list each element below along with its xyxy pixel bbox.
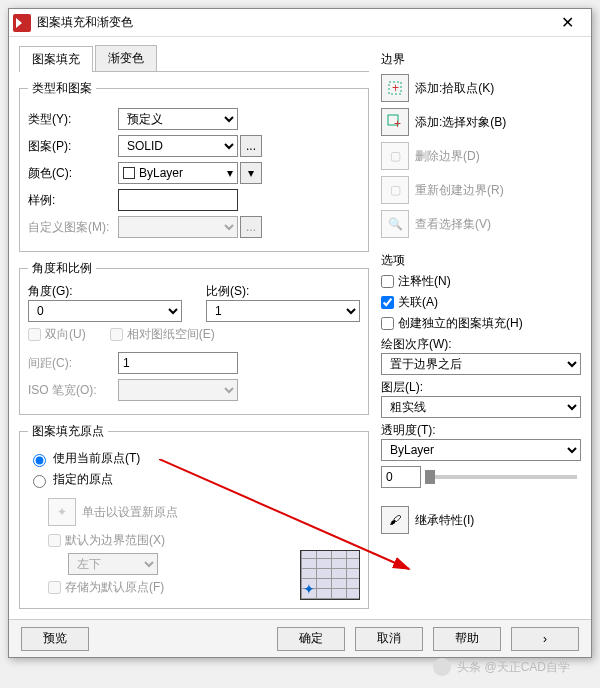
color-label: 颜色(C): [28, 165, 118, 182]
custom-label: 自定义图案(M): [28, 219, 118, 236]
pattern-browse-button[interactable]: ... [240, 135, 262, 157]
iso-select [118, 379, 238, 401]
double-checkbox [28, 328, 41, 341]
sample-label: 样例: [28, 192, 118, 209]
cancel-button[interactable]: 取消 [355, 627, 423, 651]
separate-checkbox[interactable] [381, 317, 394, 330]
click-origin-button: ✦ [48, 498, 76, 526]
svg-text:+: + [392, 81, 399, 95]
associative-checkbox[interactable] [381, 296, 394, 309]
color-select[interactable]: ByLayer▾ [118, 162, 238, 184]
watermark: 头条 @天正CAD自学 [433, 658, 570, 676]
draworder-label: 绘图次序(W): [381, 336, 581, 353]
layer-label: 图层(L): [381, 379, 581, 396]
ok-button[interactable]: 确定 [277, 627, 345, 651]
legend-type: 类型和图案 [28, 80, 96, 97]
trans-label: 透明度(T): [381, 422, 581, 439]
trans-mode-select[interactable]: ByLayer [381, 439, 581, 461]
pattern-select[interactable]: SOLID [118, 135, 238, 157]
help-button[interactable]: 帮助 [433, 627, 501, 651]
origin-current-radio[interactable] [33, 454, 46, 467]
group-angle-scale: 角度和比例 角度(G): 0 比例(S): 1 双向(U) 相对图纸空间(E) [19, 260, 369, 415]
group-type-pattern: 类型和图案 类型(Y): 预定义 图案(P): SOLID ... 颜色(C):… [19, 80, 369, 252]
preview-button[interactable]: 预览 [21, 627, 89, 651]
hatch-dialog: 图案填充和渐变色 ✕ 图案填充 渐变色 类型和图案 类型(Y): 预定义 图案(… [8, 8, 592, 658]
app-logo-icon [13, 14, 31, 32]
tab-gradient[interactable]: 渐变色 [95, 45, 157, 71]
recreate-boundary-button: ▢ [381, 176, 409, 204]
layer-select[interactable]: 粗实线 [381, 396, 581, 418]
tab-bar: 图案填充 渐变色 [19, 45, 369, 72]
tab-hatch[interactable]: 图案填充 [19, 46, 93, 72]
angle-select[interactable]: 0 [28, 300, 182, 322]
options-header: 选项 [381, 252, 581, 269]
view-selection-button: 🔍 [381, 210, 409, 238]
close-button[interactable]: ✕ [547, 13, 587, 32]
store-origin-checkbox [48, 581, 61, 594]
origin-preview-icon: ✦ [300, 550, 360, 600]
spacing-label: 间距(C): [28, 355, 118, 372]
avatar-icon [433, 658, 451, 676]
dialog-footer: 预览 确定 取消 帮助 › [9, 619, 591, 657]
sample-swatch[interactable] [118, 189, 238, 211]
custom-select [118, 216, 238, 238]
custom-browse: ... [240, 216, 262, 238]
angle-label: 角度(G): [28, 283, 182, 300]
iso-label: ISO 笔宽(O): [28, 382, 118, 399]
annotative-checkbox[interactable] [381, 275, 394, 288]
origin-specified-radio[interactable] [33, 475, 46, 488]
color2-button[interactable]: ▾ [240, 162, 262, 184]
add-pick-button[interactable]: + [381, 74, 409, 102]
draworder-select[interactable]: 置于边界之后 [381, 353, 581, 375]
spacing-input[interactable] [118, 352, 238, 374]
type-label: 类型(Y): [28, 111, 118, 128]
scale-label: 比例(S): [206, 283, 360, 300]
dialog-title: 图案填充和渐变色 [37, 14, 547, 31]
inherit-props-button[interactable]: 🖌 [381, 506, 409, 534]
pattern-label: 图案(P): [28, 138, 118, 155]
legend-angle: 角度和比例 [28, 260, 96, 277]
expand-button[interactable]: › [511, 627, 579, 651]
legend-origin: 图案填充原点 [28, 423, 108, 440]
origin-pos-select: 左下 [68, 553, 158, 575]
trans-value-input[interactable] [381, 466, 421, 488]
svg-text:+: + [394, 117, 401, 130]
default-ext-checkbox [48, 534, 61, 547]
remove-boundary-button: ▢ [381, 142, 409, 170]
titlebar: 图案填充和渐变色 ✕ [9, 9, 591, 37]
scale-select[interactable]: 1 [206, 300, 360, 322]
add-select-button[interactable]: + [381, 108, 409, 136]
boundary-header: 边界 [381, 51, 581, 68]
trans-slider[interactable] [425, 475, 577, 479]
type-select[interactable]: 预定义 [118, 108, 238, 130]
relpaper-checkbox [110, 328, 123, 341]
group-origin: 图案填充原点 使用当前原点(T) 指定的原点 ✦单击以设置新原点 默认为边界范围… [19, 423, 369, 609]
